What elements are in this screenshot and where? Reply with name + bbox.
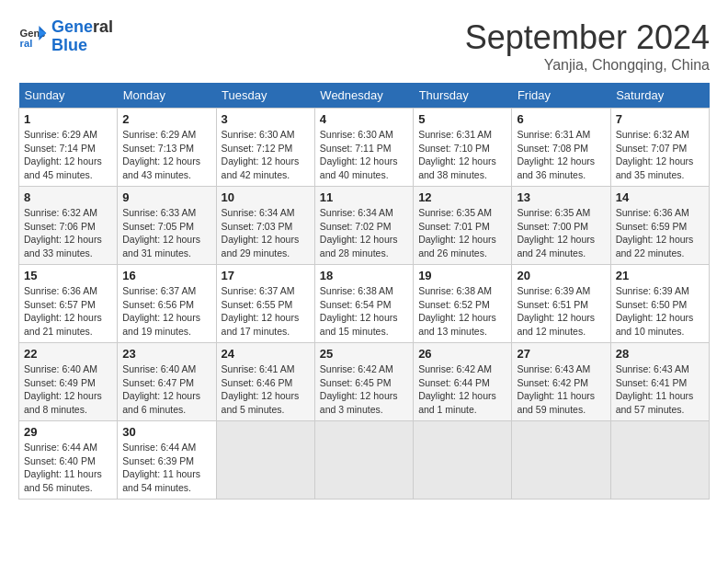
table-row: 25 Sunrise: 6:42 AM Sunset: 6:45 PM Dayl… xyxy=(314,343,413,421)
table-row: 27 Sunrise: 6:43 AM Sunset: 6:42 PM Dayl… xyxy=(512,343,610,421)
logo-icon: Gene ral xyxy=(18,22,48,52)
week-row: 29 Sunrise: 6:44 AM Sunset: 6:40 PM Dayl… xyxy=(19,421,710,500)
week-row: 1 Sunrise: 6:29 AM Sunset: 7:14 PM Dayli… xyxy=(19,109,710,187)
day-number: 24 xyxy=(222,347,310,361)
day-number: 26 xyxy=(418,347,506,361)
day-info: Sunrise: 6:36 AM Sunset: 6:59 PM Dayligh… xyxy=(616,206,704,260)
day-number: 17 xyxy=(222,269,310,282)
day-info: Sunrise: 6:34 AM Sunset: 7:02 PM Dayligh… xyxy=(320,206,408,260)
week-row: 22 Sunrise: 6:40 AM Sunset: 6:49 PM Dayl… xyxy=(19,343,710,421)
table-row: 26 Sunrise: 6:42 AM Sunset: 6:44 PM Dayl… xyxy=(414,343,512,421)
day-info: Sunrise: 6:42 AM Sunset: 6:44 PM Dayligh… xyxy=(418,362,506,417)
svg-text:ral: ral xyxy=(20,38,33,49)
table-row: 18 Sunrise: 6:38 AM Sunset: 6:54 PM Dayl… xyxy=(314,265,413,343)
day-info: Sunrise: 6:33 AM Sunset: 7:05 PM Dayligh… xyxy=(122,206,210,260)
day-info: Sunrise: 6:30 AM Sunset: 7:12 PM Dayligh… xyxy=(222,128,310,182)
day-number: 5 xyxy=(418,112,506,126)
day-info: Sunrise: 6:41 AM Sunset: 6:46 PM Dayligh… xyxy=(222,362,310,417)
day-number: 12 xyxy=(418,190,506,204)
day-number: 20 xyxy=(517,269,605,282)
table-row: 28 Sunrise: 6:43 AM Sunset: 6:41 PM Dayl… xyxy=(610,343,709,421)
week-row: 15 Sunrise: 6:36 AM Sunset: 6:57 PM Dayl… xyxy=(19,265,710,343)
day-number: 28 xyxy=(616,347,704,361)
table-row xyxy=(610,421,709,500)
title-block: September 2024 Yanjia, Chongqing, China xyxy=(465,18,710,74)
col-monday: Monday xyxy=(118,83,216,109)
table-row: 9 Sunrise: 6:33 AM Sunset: 7:05 PM Dayli… xyxy=(118,187,216,265)
day-number: 15 xyxy=(24,269,112,282)
day-number: 11 xyxy=(320,190,408,204)
table-row: 17 Sunrise: 6:37 AM Sunset: 6:55 PM Dayl… xyxy=(216,265,314,343)
day-info: Sunrise: 6:37 AM Sunset: 6:55 PM Dayligh… xyxy=(222,284,310,339)
table-row: 16 Sunrise: 6:37 AM Sunset: 6:56 PM Dayl… xyxy=(118,265,216,343)
day-number: 8 xyxy=(24,190,112,204)
table-row xyxy=(414,421,512,500)
day-info: Sunrise: 6:40 AM Sunset: 6:47 PM Dayligh… xyxy=(122,362,210,417)
table-row: 6 Sunrise: 6:31 AM Sunset: 7:08 PM Dayli… xyxy=(512,109,610,187)
logo: Gene ral GeneralBlue xyxy=(18,18,113,55)
day-info: Sunrise: 6:44 AM Sunset: 6:39 PM Dayligh… xyxy=(122,441,210,495)
day-number: 27 xyxy=(517,347,605,361)
table-row: 15 Sunrise: 6:36 AM Sunset: 6:57 PM Dayl… xyxy=(19,265,118,343)
day-info: Sunrise: 6:32 AM Sunset: 7:07 PM Dayligh… xyxy=(616,128,704,182)
table-row: 12 Sunrise: 6:35 AM Sunset: 7:01 PM Dayl… xyxy=(414,187,512,265)
table-row: 8 Sunrise: 6:32 AM Sunset: 7:06 PM Dayli… xyxy=(19,187,118,265)
calendar-table: Sunday Monday Tuesday Wednesday Thursday… xyxy=(18,83,710,500)
day-number: 3 xyxy=(222,112,310,126)
day-number: 16 xyxy=(122,269,210,282)
table-row: 10 Sunrise: 6:34 AM Sunset: 7:03 PM Dayl… xyxy=(216,187,314,265)
day-number: 6 xyxy=(517,112,605,126)
day-number: 22 xyxy=(24,347,112,361)
day-info: Sunrise: 6:35 AM Sunset: 7:01 PM Dayligh… xyxy=(418,206,506,260)
day-number: 7 xyxy=(616,112,704,126)
table-row: 1 Sunrise: 6:29 AM Sunset: 7:14 PM Dayli… xyxy=(19,109,118,187)
day-info: Sunrise: 6:36 AM Sunset: 6:57 PM Dayligh… xyxy=(24,284,112,339)
day-info: Sunrise: 6:42 AM Sunset: 6:45 PM Dayligh… xyxy=(320,362,408,417)
day-info: Sunrise: 6:29 AM Sunset: 7:14 PM Dayligh… xyxy=(24,128,112,182)
table-row: 20 Sunrise: 6:39 AM Sunset: 6:51 PM Dayl… xyxy=(512,265,610,343)
day-number: 21 xyxy=(616,269,704,282)
day-number: 18 xyxy=(320,269,408,282)
day-info: Sunrise: 6:29 AM Sunset: 7:13 PM Dayligh… xyxy=(122,128,210,182)
day-number: 13 xyxy=(517,190,605,204)
day-number: 19 xyxy=(418,269,506,282)
header-row: Sunday Monday Tuesday Wednesday Thursday… xyxy=(19,83,710,109)
day-info: Sunrise: 6:35 AM Sunset: 7:00 PM Dayligh… xyxy=(517,206,605,260)
day-number: 25 xyxy=(320,347,408,361)
day-info: Sunrise: 6:34 AM Sunset: 7:03 PM Dayligh… xyxy=(222,206,310,260)
table-row xyxy=(512,421,610,500)
table-row: 13 Sunrise: 6:35 AM Sunset: 7:00 PM Dayl… xyxy=(512,187,610,265)
day-number: 30 xyxy=(122,425,210,439)
table-row: 2 Sunrise: 6:29 AM Sunset: 7:13 PM Dayli… xyxy=(118,109,216,187)
day-info: Sunrise: 6:31 AM Sunset: 7:10 PM Dayligh… xyxy=(418,128,506,182)
location-subtitle: Yanjia, Chongqing, China xyxy=(465,57,710,74)
day-number: 2 xyxy=(122,112,210,126)
day-info: Sunrise: 6:39 AM Sunset: 6:50 PM Dayligh… xyxy=(616,284,704,339)
day-number: 29 xyxy=(24,425,112,439)
logo-text: GeneralBlue xyxy=(51,18,113,55)
header: Gene ral GeneralBlue September 2024 Yanj… xyxy=(18,18,710,74)
col-saturday: Saturday xyxy=(610,83,709,109)
table-row: 7 Sunrise: 6:32 AM Sunset: 7:07 PM Dayli… xyxy=(610,109,709,187)
table-row: 11 Sunrise: 6:34 AM Sunset: 7:02 PM Dayl… xyxy=(314,187,413,265)
col-sunday: Sunday xyxy=(19,83,118,109)
day-number: 14 xyxy=(616,190,704,204)
table-row: 29 Sunrise: 6:44 AM Sunset: 6:40 PM Dayl… xyxy=(19,421,118,500)
month-title: September 2024 xyxy=(465,18,710,57)
day-info: Sunrise: 6:43 AM Sunset: 6:42 PM Dayligh… xyxy=(517,362,605,417)
day-info: Sunrise: 6:38 AM Sunset: 6:54 PM Dayligh… xyxy=(320,284,408,339)
day-number: 9 xyxy=(122,190,210,204)
table-row xyxy=(216,421,314,500)
table-row: 22 Sunrise: 6:40 AM Sunset: 6:49 PM Dayl… xyxy=(19,343,118,421)
table-row xyxy=(314,421,413,500)
day-info: Sunrise: 6:32 AM Sunset: 7:06 PM Dayligh… xyxy=(24,206,112,260)
table-row: 3 Sunrise: 6:30 AM Sunset: 7:12 PM Dayli… xyxy=(216,109,314,187)
day-number: 10 xyxy=(222,190,310,204)
day-info: Sunrise: 6:44 AM Sunset: 6:40 PM Dayligh… xyxy=(24,441,112,495)
table-row: 4 Sunrise: 6:30 AM Sunset: 7:11 PM Dayli… xyxy=(314,109,413,187)
table-row: 24 Sunrise: 6:41 AM Sunset: 6:46 PM Dayl… xyxy=(216,343,314,421)
day-info: Sunrise: 6:31 AM Sunset: 7:08 PM Dayligh… xyxy=(517,128,605,182)
day-info: Sunrise: 6:43 AM Sunset: 6:41 PM Dayligh… xyxy=(616,362,704,417)
table-row: 21 Sunrise: 6:39 AM Sunset: 6:50 PM Dayl… xyxy=(610,265,709,343)
day-number: 4 xyxy=(320,112,408,126)
